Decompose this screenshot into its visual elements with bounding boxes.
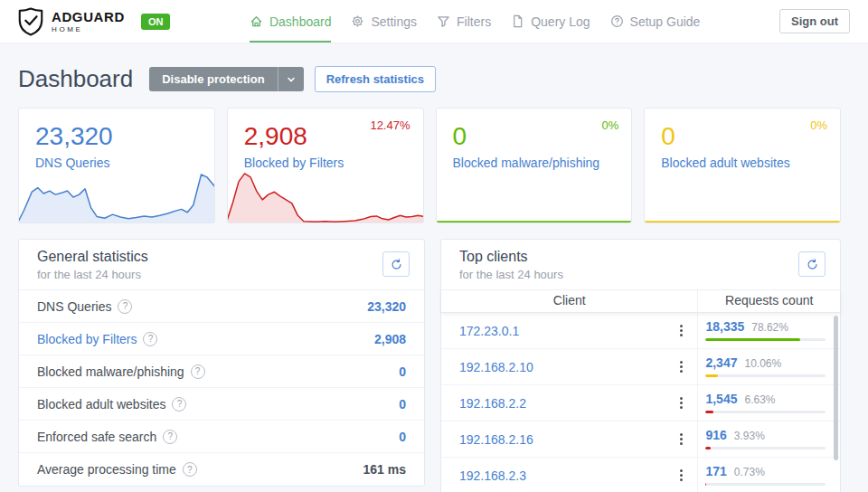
stat-card-percent: 12.47% bbox=[370, 118, 410, 132]
statistics-row-value: 0 bbox=[399, 430, 406, 444]
client-row-192-168-2-10: 192.168.2.10 2,347 10.06% bbox=[441, 349, 840, 385]
stat-card-sparkline bbox=[227, 171, 424, 223]
disable-protection-caret-button[interactable] bbox=[278, 67, 304, 91]
statistics-row-blocked-by-filters: Blocked by Filters ? 2,908 bbox=[19, 323, 424, 355]
client-ip-link[interactable]: 192.168.2.3 bbox=[459, 468, 526, 483]
stat-card-label-link[interactable]: Blocked by Filters bbox=[244, 156, 344, 170]
title-row: Dashboard Disable protection Refresh sta… bbox=[18, 65, 841, 93]
nav-item-dashboard[interactable]: Dashboard bbox=[250, 0, 332, 43]
table-scrollbar-thumb[interactable] bbox=[834, 316, 838, 460]
stat-card-value: 23,320 bbox=[35, 122, 214, 151]
refresh-icon bbox=[391, 259, 402, 270]
nav-item-settings[interactable]: Settings bbox=[351, 0, 417, 43]
brand-name: ADGUARD bbox=[52, 10, 125, 24]
top-clients-panel: Top clients for the last 24 hours Client… bbox=[440, 239, 841, 492]
dashboard-page: Dashboard Disable protection Refresh sta… bbox=[0, 43, 868, 492]
brand-subtitle: HOME bbox=[52, 26, 125, 33]
disable-protection-button[interactable]: Disable protection bbox=[149, 67, 277, 91]
statistics-row-value: 2,908 bbox=[374, 332, 406, 346]
requests-bar bbox=[705, 338, 826, 341]
top-clients-title: Top clients bbox=[459, 249, 822, 265]
stat-card-dns-queries: 23,320 DNS Queries bbox=[18, 108, 215, 223]
statistics-row-dns-queries: DNS Queries ? 23,320 bbox=[19, 290, 424, 323]
stat-card-blocked-malware-phishing: 0% 0 Blocked malware/phishing bbox=[436, 108, 633, 223]
client-requests-percent: 0.73% bbox=[734, 466, 765, 478]
help-icon bbox=[610, 14, 624, 28]
stat-card-percent: 0% bbox=[601, 118, 618, 132]
kebab-menu-icon[interactable] bbox=[676, 394, 686, 412]
help-icon[interactable]: ? bbox=[143, 332, 157, 346]
client-row-192-168-2-2: 192.168.2.2 1,545 6.63% bbox=[441, 385, 840, 421]
statistics-row-label: Blocked malware/phishing bbox=[37, 364, 184, 379]
statistics-row-value: 0 bbox=[399, 364, 406, 379]
client-requests-percent: 6.63% bbox=[744, 393, 775, 406]
stat-card-sparkline bbox=[18, 171, 215, 223]
stat-card-blocked-by-filters: 12.47% 2,908 Blocked by Filters bbox=[227, 108, 424, 223]
help-icon[interactable]: ? bbox=[191, 364, 205, 379]
stat-card-blocked-adult-websites: 0% 0 Blocked adult websites bbox=[644, 108, 841, 223]
help-icon[interactable]: ? bbox=[118, 299, 132, 314]
stat-card-percent: 0% bbox=[810, 118, 827, 132]
stat-cards-row: 23,320 DNS Queries 12.47% 2,908 Blocked … bbox=[18, 108, 841, 223]
statistics-row-value: 23,320 bbox=[367, 299, 406, 314]
statistics-row-label: Enforced safe search bbox=[37, 430, 156, 444]
client-requests-count: 171 bbox=[705, 464, 726, 478]
stat-card-label-link[interactable]: DNS Queries bbox=[35, 156, 109, 170]
help-icon[interactable]: ? bbox=[172, 397, 186, 412]
client-requests-count: 1,545 bbox=[705, 392, 737, 406]
kebab-menu-icon[interactable] bbox=[676, 322, 686, 339]
stat-card-label-link[interactable]: Blocked malware/phishing bbox=[453, 156, 600, 170]
general-statistics-subtitle: for the last 24 hours bbox=[37, 268, 406, 281]
statistics-row-value: 0 bbox=[399, 397, 406, 412]
top-clients-table-header: Client Requests count bbox=[441, 290, 840, 313]
stat-card-label-link[interactable]: Blocked adult websites bbox=[661, 156, 789, 170]
statistics-row-enforced-safe-search: Enforced safe search ? 0 bbox=[19, 421, 424, 453]
top-clients-refresh-button[interactable] bbox=[798, 251, 826, 277]
nav-item-filters[interactable]: Filters bbox=[437, 0, 491, 43]
nav-item-setup-guide[interactable]: Setup Guide bbox=[610, 0, 701, 43]
nav-item-label: Dashboard bbox=[269, 14, 332, 29]
general-statistics-refresh-button[interactable] bbox=[382, 251, 410, 277]
statistics-row-average-processing-time: Average processing time ? 161 ms bbox=[19, 453, 424, 486]
requests-bar bbox=[705, 483, 826, 486]
sign-out-button[interactable]: Sign out bbox=[779, 9, 850, 33]
nav-item-query-log[interactable]: Query Log bbox=[511, 0, 590, 43]
client-row-192-168-2-16: 192.168.2.16 916 3.93% bbox=[441, 421, 840, 458]
nav-item-label: Settings bbox=[371, 14, 417, 29]
file-icon bbox=[511, 14, 524, 28]
statistics-row-label: DNS Queries bbox=[37, 299, 111, 314]
requests-bar bbox=[705, 411, 826, 413]
requests-bar bbox=[705, 374, 826, 377]
statistics-row-label: Blocked by Filters bbox=[37, 332, 137, 346]
kebab-menu-icon[interactable] bbox=[676, 358, 686, 375]
kebab-menu-icon[interactable] bbox=[676, 430, 686, 448]
client-requests-count: 2,347 bbox=[705, 355, 737, 370]
help-icon[interactable]: ? bbox=[163, 430, 177, 444]
nav-item-label: Filters bbox=[457, 14, 491, 29]
column-header-client[interactable]: Client bbox=[441, 290, 698, 312]
nav-item-label: Query Log bbox=[531, 14, 590, 29]
general-statistics-panel: General statistics for the last 24 hours… bbox=[18, 239, 425, 487]
chevron-down-icon bbox=[287, 75, 296, 84]
protection-status-badge: ON bbox=[141, 14, 171, 30]
client-row-172-23-0-1: 172.23.0.1 18,335 78.62% bbox=[441, 313, 840, 349]
page-title: Dashboard bbox=[18, 65, 133, 93]
funnel-icon bbox=[437, 14, 450, 28]
disable-protection-button-group: Disable protection bbox=[149, 67, 303, 91]
statistics-row-label: Average processing time bbox=[37, 462, 176, 477]
client-requests-count: 916 bbox=[705, 428, 726, 442]
help-icon[interactable]: ? bbox=[183, 462, 197, 477]
panels-row: General statistics for the last 24 hours… bbox=[18, 239, 841, 492]
client-ip-link[interactable]: 172.23.0.1 bbox=[459, 324, 519, 338]
home-icon bbox=[250, 14, 263, 28]
client-ip-link[interactable]: 192.168.2.2 bbox=[459, 396, 526, 411]
app-header: ADGUARD HOME ON Dashboard Settings Filte… bbox=[0, 0, 868, 43]
refresh-statistics-button[interactable]: Refresh statistics bbox=[315, 66, 436, 92]
main-nav: Dashboard Settings Filters Query Log Set… bbox=[240, 0, 710, 43]
column-header-requests-count[interactable]: Requests count bbox=[698, 290, 840, 312]
requests-bar bbox=[705, 447, 826, 449]
statistics-row-blocked-malware-phishing: Blocked malware/phishing ? 0 bbox=[19, 355, 424, 388]
client-ip-link[interactable]: 192.168.2.10 bbox=[459, 360, 533, 374]
kebab-menu-icon[interactable] bbox=[676, 467, 686, 484]
client-ip-link[interactable]: 192.168.2.16 bbox=[459, 432, 533, 447]
